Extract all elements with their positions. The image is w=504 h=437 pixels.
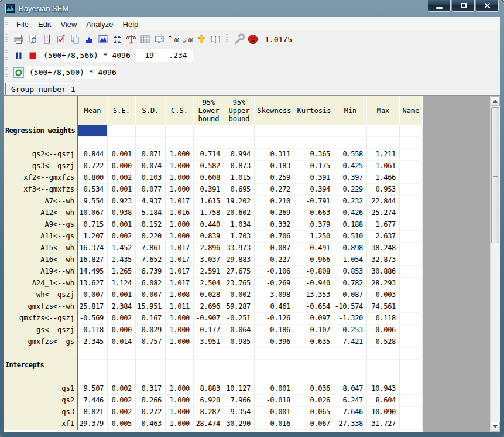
table-cell[interactable]: 0.000 [108,325,136,336]
table-cell[interactable]: 0.853 [334,266,367,278]
table-cell[interactable]: -0.808 [294,266,334,278]
table-cell[interactable]: 0.103 [136,172,166,184]
table-cell[interactable]: 27.675 [224,266,255,278]
table-cell[interactable]: 1.000 [166,336,194,348]
table-cell[interactable] [194,371,224,383]
fit-scales-button[interactable] [124,33,138,46]
table-cell[interactable]: 10.090 [367,407,400,418]
table-cell[interactable] [400,172,423,184]
table-cell[interactable] [194,360,224,371]
table-cell[interactable]: 0.800 [78,172,108,184]
table-cell[interactable]: 59.287 [224,301,255,313]
table-cell[interactable] [400,161,423,172]
table-cell[interactable]: 0.005 [108,418,136,430]
table-cell[interactable]: 0.938 [108,207,136,219]
table-cell[interactable]: -0.006 [367,325,400,336]
table-cell[interactable]: 27.338 [334,418,367,430]
table-cell[interactable]: 0.087 [255,243,294,254]
table-cell[interactable]: 1.677 [367,219,400,231]
table-cell[interactable]: -0.002 [224,289,255,301]
table-cell[interactable]: 7.966 [224,395,255,407]
stop-button[interactable] [26,49,40,63]
table-cell[interactable]: -2.345 [78,336,108,348]
table-cell[interactable]: -0.018 [255,395,294,407]
table-cell[interactable]: 31.727 [367,418,400,430]
table-cell[interactable]: 1.008 [166,289,194,301]
table-cell[interactable]: 0.332 [255,219,294,231]
table-cell[interactable]: 0.714 [194,149,224,161]
table-cell[interactable] [136,137,166,149]
table-cell[interactable]: 8.883 [194,383,224,395]
table-cell[interactable] [108,137,136,149]
table-cell[interactable]: 1.015 [224,172,255,184]
close-button[interactable] [476,0,499,12]
table-cell[interactable]: 0.167 [136,313,166,325]
table-cell[interactable] [367,137,400,149]
table-cell[interactable]: 0.528 [367,336,400,348]
table-cell[interactable]: -0.007 [78,289,108,301]
table-cell[interactable]: 0.844 [78,149,108,161]
table-cell[interactable] [400,301,423,313]
table-cell[interactable]: 1.452 [108,243,136,254]
table-cell[interactable]: 0.510 [334,231,367,243]
table-cell[interactable]: -0.569 [78,313,108,325]
wrench-tools-button[interactable] [232,33,246,46]
table-cell[interactable] [224,360,255,371]
table-cell[interactable] [400,360,423,371]
table-cell[interactable]: 28.293 [367,278,400,289]
table-cell[interactable]: -1.320 [334,313,367,325]
table-cell[interactable] [400,418,423,430]
table-cell[interactable]: 1.000 [166,313,194,325]
table-cell[interactable]: 0.311 [255,149,294,161]
table-cell[interactable]: -0.106 [255,266,294,278]
table-cell[interactable]: 0.695 [224,184,255,196]
table-cell[interactable]: 0.923 [108,196,136,207]
table-cell[interactable]: 0.001 [255,383,294,395]
table-cell[interactable] [400,196,423,207]
table-cell[interactable]: 0.097 [294,313,334,325]
toolbar-grip[interactable] [5,67,8,78]
table-cell[interactable]: 0.391 [294,172,334,184]
table-cell[interactable]: 7.861 [136,243,166,254]
table-cell[interactable]: 6.920 [194,395,224,407]
table-cell[interactable]: 1.265 [108,266,136,278]
table-cell[interactable] [255,360,294,371]
table-cell[interactable]: 25.274 [367,207,400,219]
scroll-up-button[interactable] [491,96,500,106]
toolbar-grip[interactable] [5,34,8,45]
table-cell[interactable]: 1.017 [166,278,194,289]
table-cell[interactable] [166,360,194,371]
table-cell[interactable]: 30.290 [224,418,255,430]
table-cell[interactable]: 0.229 [334,184,367,196]
table-cell[interactable]: 13.353 [294,289,334,301]
pause-button[interactable] [12,49,26,63]
table-cell[interactable] [334,348,367,360]
table-cell[interactable]: 4.937 [136,196,166,207]
table-cell[interactable]: -7.421 [334,336,367,348]
refresh-button[interactable] [12,66,26,80]
table-cell[interactable]: 0.002 [108,231,136,243]
table-cell[interactable] [400,313,423,325]
table-cell[interactable]: 0.397 [334,172,367,184]
table-cell[interactable]: 16.374 [78,243,108,254]
table-cell[interactable]: 1.017 [166,254,194,266]
table-cell[interactable]: 0.014 [108,336,136,348]
copy-button[interactable] [68,33,82,46]
table-cell[interactable]: 0.001 [108,184,136,196]
table-cell[interactable]: 0.002 [108,395,136,407]
table-cell[interactable]: 6.739 [136,266,166,278]
table-cell[interactable]: -3.098 [255,289,294,301]
table-cell[interactable] [294,371,334,383]
table-cell[interactable]: 10.127 [224,383,255,395]
table-cell[interactable]: 22.844 [367,196,400,207]
table-cell[interactable]: -0.087 [334,289,367,301]
decrease-decimal-button[interactable]: .00 [180,33,194,46]
table-cell[interactable] [194,137,224,149]
table-cell[interactable]: 0.002 [108,313,136,325]
vertical-scrollbar[interactable] [490,96,500,432]
table-cell[interactable] [78,371,108,383]
print-button[interactable] [12,33,26,46]
table-cell[interactable] [224,137,255,149]
table-cell[interactable] [367,348,400,360]
table-cell[interactable]: 0.007 [136,289,166,301]
